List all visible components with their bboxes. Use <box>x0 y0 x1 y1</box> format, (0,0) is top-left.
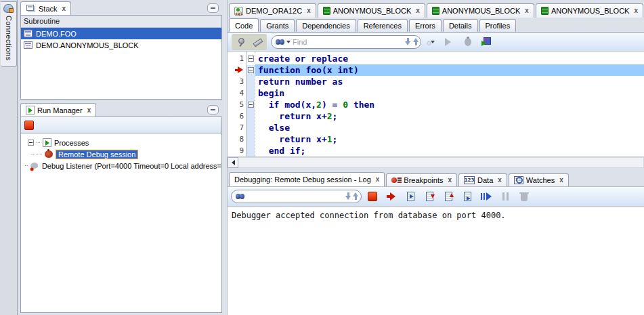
find-binoculars-icon[interactable] <box>276 39 284 45</box>
stack-tab[interactable]: Stack x <box>20 1 71 15</box>
fold-cell[interactable] <box>246 123 255 134</box>
close-icon[interactable]: x <box>307 7 311 14</box>
debug-bug-button[interactable] <box>462 35 474 49</box>
remote-debug-session-label[interactable]: Remote Debug session <box>56 150 138 159</box>
minimize-button[interactable] <box>207 3 219 13</box>
close-icon[interactable]: x <box>634 7 638 14</box>
fold-cell[interactable] <box>246 65 255 77</box>
minimize-button[interactable] <box>207 105 219 114</box>
doc-tab-anonymous_block[interactable]: ANONYMOUS_BLOCKx <box>318 3 425 18</box>
close-icon[interactable]: x <box>87 107 91 114</box>
gutter-cell[interactable]: 7 <box>228 122 246 133</box>
fold-collapse-icon[interactable] <box>248 102 254 108</box>
doc-tab-anonymous_block[interactable]: ANONYMOUS_BLOCKx <box>536 3 643 18</box>
run-manager-tab[interactable]: Run Manager x <box>20 103 96 117</box>
gutter-cell[interactable]: 9 <box>228 145 246 156</box>
bottom-tab-debugging[interactable]: Debugging: Remote Debug session - Logx <box>229 172 385 186</box>
close-icon[interactable]: x <box>525 7 529 14</box>
gutter-cell[interactable]: 1 <box>228 53 246 64</box>
resume-button[interactable] <box>480 190 492 203</box>
code-line[interactable]: else <box>255 122 644 133</box>
close-icon[interactable]: x <box>559 177 563 184</box>
code-editor[interactable]: 1345678910 create or replacefunction foo… <box>228 51 644 156</box>
tab-code[interactable]: Code <box>229 18 259 32</box>
step-to-end-of-method-button[interactable] <box>461 190 473 203</box>
tab-errors[interactable]: Errors <box>409 19 442 32</box>
doc-tab-demo_ora12c[interactable]: DEMO_ORA12Cx <box>229 3 316 18</box>
chevron-down-icon[interactable] <box>286 41 291 45</box>
debug-log-output[interactable]: Debugger accepted connection from databa… <box>228 206 644 315</box>
run-play-button[interactable] <box>444 35 456 49</box>
fold-cell[interactable] <box>246 77 255 88</box>
tab-profiles[interactable]: Profiles <box>479 19 517 32</box>
subroutine-column-header[interactable]: Subroutine <box>21 16 221 28</box>
fold-cell[interactable] <box>246 54 255 65</box>
gutter-cell[interactable] <box>228 64 246 76</box>
close-icon[interactable]: x <box>498 177 502 184</box>
code-line[interactable]: begin <box>255 87 644 99</box>
fold-collapse-icon[interactable] <box>248 56 254 62</box>
code-line[interactable]: function foo(x int) <box>255 64 644 76</box>
stack-list-item[interactable]: DEMO.ANONYMOUS_BLOCK <box>21 39 221 51</box>
tree-row-processes[interactable]: Processes <box>21 137 221 148</box>
doc-tab-anonymous_block[interactable]: ANONYMOUS_BLOCKx <box>427 3 534 18</box>
tree-row-debug-session[interactable]: Remote Debug session <box>21 148 221 160</box>
bottom-tab-watches[interactable]: Watchesx <box>509 173 569 186</box>
code-line[interactable]: return number as <box>255 76 644 87</box>
find-input[interactable] <box>293 38 402 46</box>
compile-gears-button[interactable] <box>425 35 437 49</box>
code-line[interactable]: return x+1; <box>255 133 644 145</box>
code-line[interactable]: if mod(x,2) = 0 then <box>255 99 644 110</box>
find-next-icon[interactable] <box>345 192 351 201</box>
code-text-area[interactable]: create or replacefunction foo(x int)retu… <box>255 51 644 156</box>
step-over-button[interactable] <box>404 190 416 203</box>
tree-row-debug-listener[interactable]: Debug Listener (Port=4000 Timeout=0 Loca… <box>21 160 221 171</box>
scrollbar-track[interactable] <box>238 157 644 168</box>
terminate-button[interactable] <box>366 190 379 203</box>
tab-details[interactable]: Details <box>443 19 478 32</box>
tab-references[interactable]: References <box>358 19 408 32</box>
close-icon[interactable]: x <box>62 5 66 12</box>
fold-cell[interactable] <box>246 146 255 156</box>
horizontal-scrollbar[interactable] <box>228 156 644 168</box>
gutter-cell[interactable]: 3 <box>228 76 246 87</box>
fold-collapse-icon[interactable] <box>248 67 254 73</box>
stack-list-item[interactable]: DEMO.FOO <box>21 28 221 39</box>
bottom-tab-breakpoints[interactable]: Breakpointsx <box>386 173 457 186</box>
gutter-cell[interactable]: 5 <box>228 99 246 110</box>
code-line[interactable]: end if; <box>255 145 644 156</box>
collapse-icon[interactable] <box>28 140 34 146</box>
code-line[interactable]: return x+2; <box>255 110 644 122</box>
close-icon[interactable]: x <box>376 176 380 183</box>
tab-dependencies[interactable]: Dependencies <box>296 19 356 32</box>
line-number-gutter[interactable]: 1345678910 <box>228 51 246 156</box>
fold-cell[interactable] <box>246 134 255 146</box>
bottom-tab-data[interactable]: Datax <box>458 173 507 186</box>
gutter-cell[interactable]: 6 <box>228 110 246 122</box>
compile-for-debug-button[interactable] <box>480 35 492 49</box>
gutter-cell[interactable]: 8 <box>228 133 246 145</box>
code-fold-gutter[interactable] <box>246 51 255 156</box>
step-out-button[interactable] <box>442 190 454 203</box>
close-icon[interactable]: x <box>448 177 452 184</box>
close-icon[interactable]: x <box>416 7 420 14</box>
find-previous-icon[interactable] <box>412 37 418 46</box>
freeze-view-pin-button[interactable] <box>235 35 247 49</box>
tab-grants[interactable]: Grants <box>260 19 295 32</box>
find-binoculars-icon[interactable] <box>236 194 244 199</box>
find-execution-point-button[interactable] <box>385 190 398 203</box>
fold-cell[interactable] <box>246 111 255 123</box>
fold-cell[interactable] <box>246 88 255 100</box>
stack-tab-row: Stack x <box>18 0 224 15</box>
terminate-button[interactable] <box>24 121 34 130</box>
find-next-icon[interactable] <box>404 37 410 46</box>
fold-cell[interactable] <box>246 100 255 111</box>
gutter-cell[interactable]: 4 <box>228 87 246 99</box>
find-previous-icon[interactable] <box>352 192 358 201</box>
edit-pencil-button[interactable] <box>251 35 263 49</box>
code-line[interactable]: create or replace <box>255 53 644 64</box>
step-into-button[interactable] <box>423 190 435 203</box>
log-find-input[interactable] <box>246 192 343 201</box>
connections-vertical-tab[interactable]: Connections <box>1 1 17 67</box>
scroll-left-button[interactable] <box>228 157 238 168</box>
